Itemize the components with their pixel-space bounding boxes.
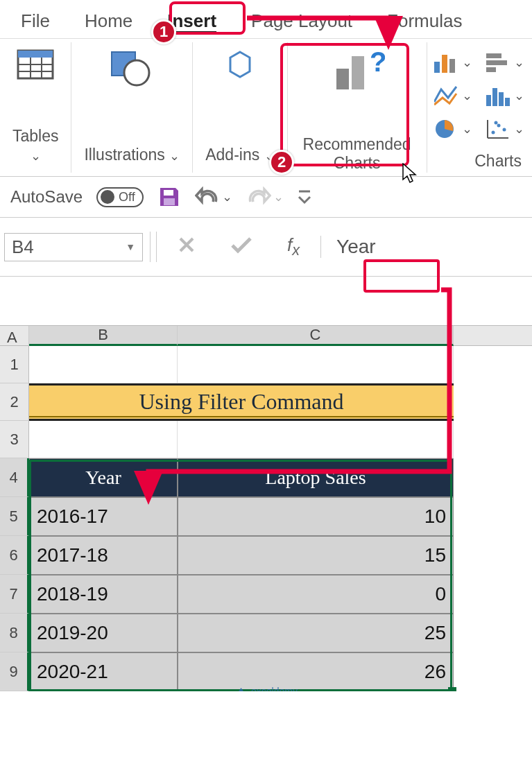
column-header-a[interactable]: A bbox=[7, 329, 17, 347]
cell[interactable] bbox=[29, 346, 178, 383]
table-cell-year[interactable]: 2016-17 bbox=[29, 497, 178, 536]
line-chart-icon bbox=[434, 85, 458, 106]
line-chart-button[interactable]: ⌄ bbox=[434, 85, 472, 106]
tab-page-layout[interactable]: Page Layout bbox=[234, 7, 370, 38]
fill-handle[interactable] bbox=[448, 687, 456, 691]
pie-chart-button[interactable]: ⌄ bbox=[434, 119, 472, 139]
ribbon-group-label: Add-ins ⌄ bbox=[205, 146, 274, 164]
formula-bar-value[interactable]: Year bbox=[320, 236, 376, 258]
row-header[interactable]: 7 bbox=[0, 575, 29, 614]
svg-point-25 bbox=[497, 124, 500, 128]
tab-file[interactable]: File bbox=[3, 7, 67, 38]
tables-icon bbox=[17, 49, 54, 80]
insert-function-button[interactable]: fx bbox=[273, 234, 314, 259]
row-header[interactable]: 8 bbox=[0, 614, 29, 652]
table-cell-sales[interactable]: 10 bbox=[178, 497, 454, 536]
watermark: exceldemy bbox=[234, 686, 298, 691]
svg-point-27 bbox=[494, 121, 497, 125]
svg-rect-9 bbox=[352, 56, 364, 89]
row-header[interactable]: 5 bbox=[0, 497, 29, 536]
svg-rect-16 bbox=[486, 60, 507, 65]
table-cell-sales[interactable]: 26 bbox=[178, 652, 454, 691]
histogram-button[interactable]: ⌄ bbox=[486, 85, 524, 106]
cell[interactable] bbox=[178, 346, 454, 383]
ribbon-group-label: Illustrations ⌄ bbox=[84, 146, 180, 164]
svg-rect-21 bbox=[505, 98, 510, 106]
svg-rect-1 bbox=[18, 51, 53, 58]
tab-formulas[interactable]: Formulas bbox=[370, 7, 479, 38]
row-header[interactable]: 6 bbox=[0, 536, 29, 575]
redo-icon bbox=[246, 187, 271, 207]
table-cell-sales[interactable]: 25 bbox=[178, 614, 454, 652]
scatter-chart-icon bbox=[486, 119, 510, 139]
svg-rect-19 bbox=[492, 88, 497, 106]
cancel-formula-button[interactable] bbox=[164, 236, 209, 259]
svg-point-24 bbox=[491, 131, 495, 135]
title-cell[interactable]: Using Filter Command bbox=[29, 383, 454, 421]
formula-bar-row: B4 ▼ fx Year bbox=[0, 218, 532, 277]
recommended-charts-icon: ? bbox=[329, 49, 385, 94]
undo-button[interactable]: ⌄ bbox=[195, 187, 232, 207]
ribbon-group-label: Recommended Charts bbox=[303, 135, 411, 173]
ribbon-group-recommended-charts: ? Recommended Charts bbox=[288, 42, 427, 173]
autosave-toggle[interactable]: Off bbox=[96, 187, 144, 207]
row-header[interactable]: 2 bbox=[0, 383, 29, 421]
cell[interactable] bbox=[178, 421, 454, 458]
svg-rect-15 bbox=[486, 53, 501, 58]
close-icon bbox=[178, 236, 196, 254]
chevron-down-icon: ▼ bbox=[126, 241, 135, 252]
column-header-b[interactable]: B bbox=[29, 326, 178, 346]
svg-point-26 bbox=[502, 128, 506, 132]
customize-qat-button[interactable] bbox=[298, 189, 311, 205]
illustrations-button[interactable] bbox=[109, 49, 155, 87]
table-header-sales[interactable]: Laptop Sales bbox=[178, 458, 454, 497]
bar-chart-button[interactable]: ⌄ bbox=[486, 52, 524, 73]
addins-icon bbox=[225, 49, 255, 80]
table-cell-year[interactable]: 2019-20 bbox=[29, 614, 178, 652]
watermark-icon bbox=[234, 686, 247, 691]
worksheet[interactable]: B C A 1 2 Using Filter Command 3 4 Year … bbox=[0, 325, 532, 691]
svg-rect-13 bbox=[449, 59, 455, 73]
svg-rect-20 bbox=[499, 92, 504, 106]
svg-text:?: ? bbox=[370, 49, 385, 77]
column-chart-icon bbox=[434, 52, 458, 73]
table-cell-year[interactable]: 2018-19 bbox=[29, 575, 178, 614]
ribbon-group-illustrations: Illustrations ⌄ bbox=[71, 42, 193, 173]
column-header-c[interactable]: C bbox=[178, 326, 454, 346]
name-box[interactable]: B4 ▼ bbox=[4, 233, 143, 261]
addins-button[interactable] bbox=[225, 49, 255, 80]
cell[interactable] bbox=[29, 421, 178, 458]
enter-formula-button[interactable] bbox=[216, 236, 266, 259]
table-cell-sales[interactable]: 15 bbox=[178, 536, 454, 575]
svg-rect-18 bbox=[486, 95, 491, 106]
column-headers: B C bbox=[0, 325, 532, 346]
svg-rect-17 bbox=[486, 67, 496, 72]
tables-button[interactable] bbox=[17, 49, 54, 80]
row-header[interactable]: 1 bbox=[0, 346, 29, 383]
column-chart-button[interactable]: ⌄ bbox=[434, 52, 472, 73]
table-cell-sales[interactable]: 0 bbox=[178, 575, 454, 614]
row-header[interactable]: 4 bbox=[0, 458, 29, 497]
ribbon: Tables⌄ Illustrations ⌄ Add-ins ⌄ bbox=[0, 38, 532, 177]
separator bbox=[150, 232, 157, 262]
cursor-icon bbox=[402, 163, 418, 184]
recommended-charts-button[interactable]: ? bbox=[329, 49, 385, 94]
row-header[interactable]: 9 bbox=[0, 652, 29, 691]
ribbon-tabs: File Home Insert Page Layout Formulas bbox=[0, 0, 532, 38]
svg-rect-28 bbox=[164, 190, 173, 196]
svg-rect-8 bbox=[336, 69, 349, 89]
tab-home[interactable]: Home bbox=[67, 7, 150, 38]
save-icon bbox=[157, 185, 181, 209]
ribbon-group-tables: Tables⌄ bbox=[0, 42, 71, 173]
histogram-icon bbox=[486, 85, 510, 106]
save-button[interactable] bbox=[157, 185, 181, 209]
redo-button[interactable]: ⌄ bbox=[246, 187, 284, 207]
svg-rect-12 bbox=[442, 55, 447, 73]
table-cell-year[interactable]: 2020-21 bbox=[29, 652, 178, 691]
table-cell-year[interactable]: 2017-18 bbox=[29, 536, 178, 575]
scatter-chart-button[interactable]: ⌄ bbox=[486, 119, 524, 139]
row-header[interactable]: 3 bbox=[0, 421, 29, 458]
table-header-year[interactable]: Year bbox=[29, 458, 178, 497]
svg-rect-29 bbox=[164, 198, 175, 205]
svg-marker-33 bbox=[234, 688, 247, 691]
